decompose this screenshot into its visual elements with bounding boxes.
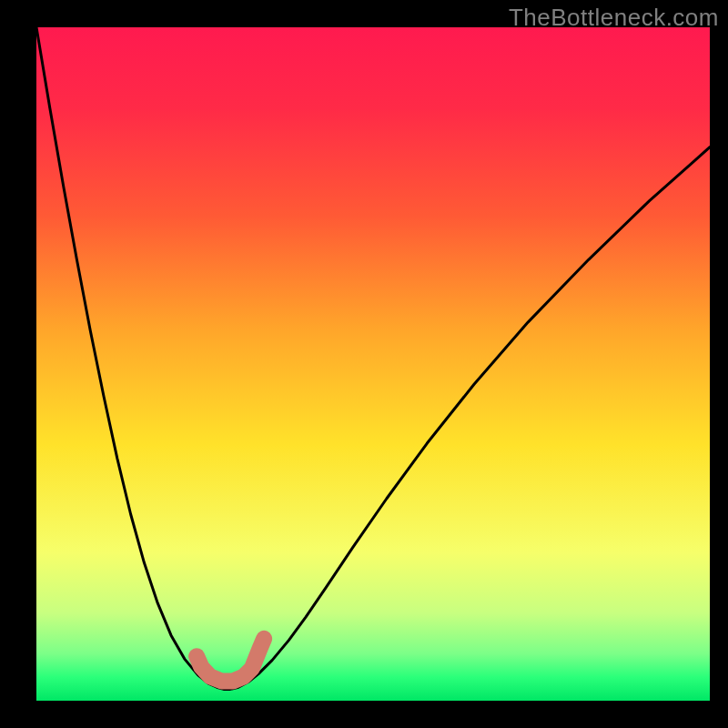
watermark-text: TheBottleneck.com [509,4,719,32]
plot-background [36,27,710,701]
bottleneck-chart [0,0,728,728]
chart-frame: { "watermark": "TheBottleneck.com", "cha… [0,0,728,728]
